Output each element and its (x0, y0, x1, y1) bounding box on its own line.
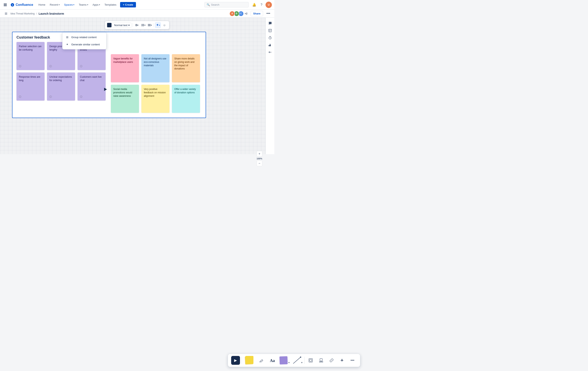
sticky-note[interactable]: Response times are long ⓘ (16, 72, 45, 101)
zoom-out-button[interactable]: − (257, 161, 262, 166)
breadcrumb-separator: / (36, 12, 37, 15)
svg-rect-5 (6, 4, 7, 5)
nav-templates[interactable]: Templates (102, 2, 118, 7)
user-avatar[interactable]: U (265, 2, 272, 8)
info-icon: ⓘ (80, 65, 82, 68)
nav-icon-group: 🔔 ? U (251, 2, 272, 8)
search-bar[interactable]: 🔍 Search (204, 2, 249, 7)
bold-button[interactable]: B ▾ (134, 22, 140, 28)
table-icon[interactable] (267, 27, 273, 34)
collab-avatar-1: A (229, 11, 235, 16)
sticky-note[interactable]: Partner selection can be confusing ⓘ (16, 42, 45, 70)
nav-recent[interactable]: Recent ▾ (48, 2, 62, 7)
timer-icon[interactable] (267, 34, 273, 41)
sidebar-toggle-button[interactable] (3, 11, 9, 16)
zoom-level-label: 100% (257, 157, 262, 160)
svg-rect-19 (148, 25, 151, 25)
chevron-down-icon: ▾ (144, 24, 145, 26)
nav-links: Home Recent ▾ Spaces ▾ Teams ▾ Apps ▾ Te… (36, 2, 118, 7)
info-icon: ⓘ (19, 95, 21, 99)
breadcrumb-bar: Idea Thread Marketing / Launch brainstor… (0, 10, 274, 18)
text-style-select[interactable]: Normal text ▾ (112, 23, 131, 28)
breadcrumb-title: Launch brainstorm (39, 12, 64, 15)
svg-rect-17 (142, 26, 144, 26)
chevron-down-icon: ▾ (159, 24, 160, 26)
thumbs-up-icon[interactable] (267, 42, 273, 48)
help-icon[interactable]: ? (258, 2, 265, 8)
nav-spaces[interactable]: Spaces ▾ (62, 2, 76, 7)
info-icon: ⓘ (49, 95, 52, 99)
info-icon: ⓘ (19, 65, 21, 68)
right-sidebar (265, 18, 274, 154)
toolbar-divider-2 (154, 23, 154, 27)
svg-rect-1 (5, 3, 6, 4)
sticky-note[interactable]: Customers want live chat ⓘ (77, 72, 106, 101)
chevron-down-icon: ▾ (151, 24, 152, 26)
nav-home[interactable]: Home (36, 2, 47, 7)
svg-rect-21 (269, 29, 271, 32)
chevron-down-icon: ▾ (59, 4, 60, 6)
sparkle-icon: ✦ (65, 42, 69, 46)
list-button[interactable]: ▾ (141, 22, 146, 28)
info-icon: ⓘ (80, 95, 82, 99)
chevron-down-icon: ▾ (128, 24, 130, 27)
confluence-logo[interactable]: Confluence (10, 3, 33, 7)
svg-rect-0 (4, 3, 5, 4)
breadcrumb-parent: Idea Thread Marketing (10, 12, 35, 15)
frame-title: Customer feedback (12, 32, 206, 42)
nav-teams[interactable]: Teams ▾ (77, 2, 90, 7)
collab-more-count: +2 (245, 12, 247, 15)
nav-apps[interactable]: Apps ▾ (91, 2, 102, 7)
svg-rect-10 (5, 13, 7, 14)
svg-rect-15 (142, 25, 144, 25)
svg-rect-13 (142, 24, 144, 24)
dropdown-menu: ⊞ Group related content ✦ Generate simil… (62, 32, 106, 49)
emoji-button[interactable]: ☺ (162, 22, 167, 28)
create-button[interactable]: + Create (120, 2, 136, 7)
svg-rect-20 (148, 26, 151, 26)
svg-point-16 (141, 26, 142, 26)
sticky-note[interactable]: Unclear expectations for ordering ⓘ (47, 72, 75, 101)
sticky-note[interactable]: Vague benefits for marketplace users (111, 54, 139, 82)
grid-icon[interactable] (2, 2, 8, 8)
sticky-note[interactable]: Share more details on giving work and th… (172, 54, 200, 82)
search-icon: 🔍 (207, 3, 210, 6)
chevron-down-icon: ▾ (137, 24, 138, 26)
zoom-in-button[interactable]: + (257, 151, 262, 157)
ai-button[interactable]: ▾ (155, 22, 161, 28)
cross-icon[interactable] (267, 49, 273, 55)
whiteboard-frame: Customer feedback Partner selection can … (12, 32, 206, 118)
svg-rect-11 (5, 14, 7, 15)
info-icon: ⓘ (49, 65, 52, 68)
sticky-note[interactable]: Very positive feedback on mission alignm… (141, 85, 169, 113)
sticky-note[interactable]: Not all designers use eco-conscious mate… (141, 54, 169, 82)
chevron-down-icon: ▾ (73, 4, 74, 6)
svg-rect-4 (5, 4, 6, 5)
svg-rect-6 (4, 5, 5, 6)
comment-icon[interactable] (267, 20, 273, 27)
svg-rect-18 (148, 24, 151, 24)
notifications-icon[interactable]: 🔔 (251, 2, 257, 8)
svg-point-12 (141, 24, 142, 25)
sticky-notes-right-grid: Vague benefits for marketplace users Not… (111, 54, 200, 113)
dropdown-group-content[interactable]: ⊞ Group related content (63, 33, 106, 41)
top-navigation: Confluence Home Recent ▾ Spaces ▾ Teams … (0, 0, 274, 10)
svg-rect-2 (6, 3, 7, 4)
canvas-toolbar: Normal text ▾ B ▾ ▾ ▾ (105, 21, 169, 29)
canvas-area[interactable]: Normal text ▾ B ▾ ▾ ▾ (0, 18, 274, 154)
sticky-note[interactable]: Offer a wider variety of donation option… (172, 85, 200, 113)
collaborator-avatars: A B C +2 (231, 11, 247, 16)
dropdown-generate-content[interactable]: ✦ Generate similar content (63, 41, 106, 48)
svg-rect-3 (4, 4, 5, 5)
chevron-down-icon: ▾ (87, 4, 88, 6)
group-icon: ⊞ (65, 35, 69, 39)
sticky-note[interactable]: Social media promotions would raise awar… (111, 85, 139, 113)
share-button[interactable]: Share (251, 11, 263, 16)
zoom-controls: + 100% − (257, 151, 262, 166)
more-options-button[interactable]: ••• (265, 11, 271, 16)
align-button[interactable]: ▾ (147, 22, 153, 28)
color-swatch[interactable] (107, 23, 111, 27)
svg-point-14 (141, 25, 142, 25)
svg-rect-8 (6, 5, 7, 6)
chevron-down-icon: ▾ (99, 4, 100, 6)
